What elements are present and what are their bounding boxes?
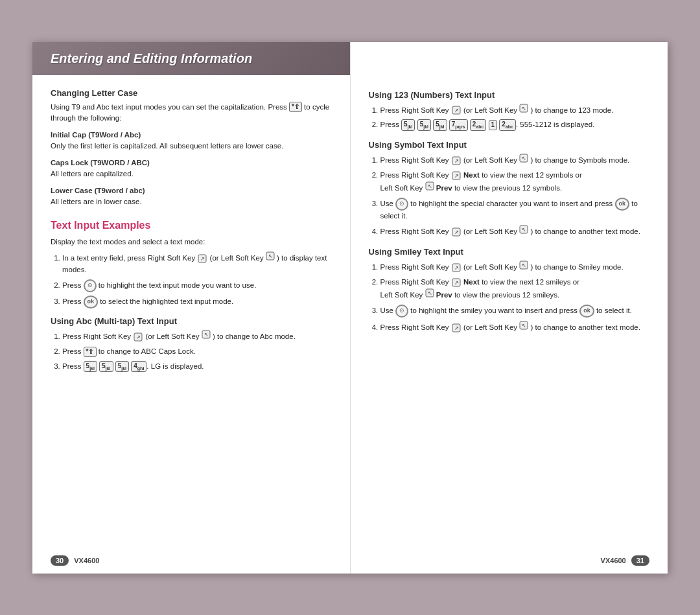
key-5b: 5jkl — [99, 361, 113, 373]
using-123-title: Using 123 (Numbers) Text Input — [369, 90, 650, 100]
page-header: Entering and Editing Information — [32, 42, 350, 75]
abc-multitap-title: Using Abc (Multi-tap) Text Input — [51, 316, 332, 326]
svg-text:↖: ↖ — [268, 253, 272, 259]
right-soft-key-icon-4: ↗ — [452, 156, 461, 165]
right-soft-key-icon-8: ↗ — [452, 278, 461, 287]
step-1: In a text entry field, press Right Soft … — [62, 251, 332, 276]
key-2n1: 2abc — [470, 119, 487, 131]
svg-text:↖: ↖ — [522, 323, 526, 329]
left-page-number: 30 — [51, 555, 69, 566]
symbol-step-3: Use ⊙ to highlight the special character… — [380, 198, 650, 222]
nav-key: ⊙ — [84, 279, 97, 292]
ok-key-3: ok — [579, 305, 594, 318]
svg-text:↗: ↗ — [454, 325, 458, 331]
svg-text:↗: ↗ — [454, 173, 458, 179]
right-soft-key-icon-9: ↗ — [452, 323, 461, 332]
right-soft-key-icon-3: ↗ — [452, 106, 461, 115]
key-4: 4ghi — [131, 361, 146, 373]
symbol-step-1: Press Right Soft Key ↗ (or Left Soft Key… — [380, 154, 650, 167]
right-page-top-spacer — [369, 62, 650, 90]
left-soft-key-icon-2: ↖ — [202, 332, 213, 340]
123-step-1: Press Right Soft Key ↗ (or Left Soft Key… — [380, 104, 650, 117]
smiley-step-1: Press Right Soft Key ↗ (or Left Soft Key… — [380, 261, 650, 273]
key-5a: 5jkl — [84, 361, 97, 373]
123-step-2: Press 5jkl 5jkl 5jkl 7pqrs 2abc 1 2abc. … — [380, 119, 650, 131]
section-using-symbol: Using Symbol Text Input Press Right Soft… — [369, 140, 650, 238]
right-soft-key-icon-7: ↗ — [452, 263, 461, 272]
svg-text:↖: ↖ — [427, 290, 432, 296]
using-123-steps: Press Right Soft Key ↗ (or Left Soft Key… — [369, 104, 650, 132]
nav-key-3: ⊙ — [395, 305, 408, 318]
using-symbol-title: Using Symbol Text Input — [369, 140, 650, 150]
svg-text:↗: ↗ — [136, 334, 141, 340]
symbol-step-4: Press Right Soft Key ↗ (or Left Soft Key… — [380, 225, 650, 238]
next-label-2: Next — [463, 278, 480, 286]
abc-step-3: Press 5jkl 5jkl 5jkl 4ghi. LG is display… — [62, 361, 332, 373]
svg-text:↗: ↗ — [454, 108, 458, 113]
section-title-changing: Changing Letter Case — [51, 88, 332, 98]
svg-text:↖: ↖ — [204, 332, 208, 338]
left-page-footer: 30 VX4600 — [51, 555, 332, 566]
right-model-name: VX4600 — [601, 557, 626, 564]
left-soft-key-icon: ↖ — [266, 254, 277, 262]
left-soft-key-icon-4: ↖ — [519, 156, 530, 164]
svg-text:↖: ↖ — [427, 183, 432, 189]
star-key: *⇧ — [84, 347, 97, 357]
ok-key: ok — [84, 296, 99, 308]
text-input-examples-intro: Display the text modes and select a text… — [51, 237, 332, 248]
left-soft-key-icon-8: ↖ — [425, 291, 436, 299]
initial-cap-title: Initial Cap (T9Word / Abc) — [51, 131, 332, 139]
svg-text:↗: ↗ — [454, 229, 458, 235]
key-5n3: 5jkl — [433, 119, 447, 131]
left-soft-key-icon-3: ↖ — [519, 106, 530, 114]
smiley-step-3: Use ⊙ to highlight the smiley you want t… — [380, 305, 650, 318]
left-soft-key-icon-5: ↖ — [425, 184, 436, 192]
svg-text:↖: ↖ — [522, 106, 526, 111]
svg-text:↗: ↗ — [454, 158, 458, 164]
right-soft-key-icon: ↗ — [198, 254, 207, 263]
book-spread: Entering and Editing Information Changin… — [32, 42, 668, 574]
svg-text:↗: ↗ — [454, 280, 458, 286]
right-page-footer: VX4600 31 — [601, 555, 649, 566]
key-7n: 7pqrs — [449, 119, 468, 131]
prev-label: Prev — [436, 184, 452, 192]
left-soft-key-icon-9: ↖ — [519, 323, 530, 331]
smiley-step-4: Press Right Soft Key ↗ (or Left Soft Key… — [380, 321, 650, 334]
right-soft-key-icon-6: ↗ — [452, 227, 461, 237]
step-2: Press ⊙ to highlight the text input mode… — [62, 279, 332, 292]
right-page: Using 123 (Numbers) Text Input Press Rig… — [351, 42, 668, 574]
right-page-number: 31 — [631, 555, 649, 566]
lower-case-title: Lower Case (T9word / abc) — [51, 187, 332, 194]
text-input-examples-title: Text Input Examples — [51, 220, 332, 231]
smiley-step-2: Press Right Soft Key ↗ Next to view the … — [380, 277, 650, 301]
lower-case-body: All letters are in lower case. — [51, 196, 332, 208]
abc-step-1: Press Right Soft Key ↗ (or Left Soft Key… — [62, 330, 332, 343]
svg-text:↖: ↖ — [522, 262, 526, 268]
svg-text:↖: ↖ — [522, 156, 526, 161]
key-5n1: 5jkl — [401, 119, 415, 131]
section-changing-letter-case: Changing Letter Case Using T9 and Abc te… — [51, 88, 332, 208]
left-page: Entering and Editing Information Changin… — [32, 42, 351, 574]
step-3: Press ok to select the highlighted text … — [62, 296, 332, 308]
right-soft-key-icon-5: ↗ — [452, 171, 461, 180]
left-soft-key-icon-6: ↖ — [519, 227, 530, 235]
shift-key: *⇧ — [289, 102, 302, 112]
nav-key-2: ⊙ — [395, 198, 408, 211]
initial-cap-body: Only the first letter is capitalized. Al… — [51, 141, 332, 152]
abc-multitap-steps: Press Right Soft Key ↗ (or Left Soft Key… — [51, 330, 332, 372]
section-abc-multitap: Using Abc (Multi-tap) Text Input Press R… — [51, 316, 332, 372]
key-5c: 5jkl — [115, 361, 129, 373]
svg-text:↗: ↗ — [454, 265, 458, 271]
using-smiley-steps: Press Right Soft Key ↗ (or Left Soft Key… — [369, 261, 650, 333]
changing-intro: Using T9 and Abc text input modes you ca… — [51, 102, 332, 125]
section-text-input-examples: Text Input Examples Display the text mod… — [51, 220, 332, 308]
svg-text:↗: ↗ — [200, 256, 205, 262]
using-symbol-steps: Press Right Soft Key ↗ (or Left Soft Key… — [369, 154, 650, 238]
caps-lock-title: Caps Lock (T9WORD / ABC) — [51, 159, 332, 167]
left-model-name: VX4600 — [74, 557, 99, 564]
abc-step-2: Press *⇧ to change to ABC Caps Lock. — [62, 346, 332, 358]
section-using-123: Using 123 (Numbers) Text Input Press Rig… — [369, 90, 650, 132]
key-2n2: 2abc — [499, 119, 516, 131]
page-title: Entering and Editing Information — [51, 51, 332, 66]
text-input-examples-steps: In a text entry field, press Right Soft … — [51, 251, 332, 308]
